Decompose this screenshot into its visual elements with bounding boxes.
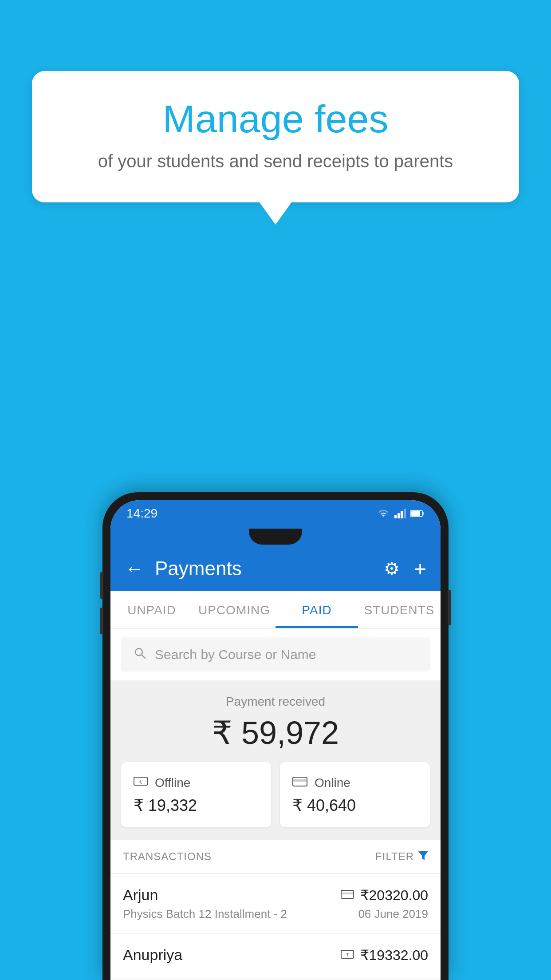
status-bar: 14:29 bbox=[110, 500, 441, 527]
transaction-name: Anupriya bbox=[123, 946, 182, 964]
transaction-amount-container: ₹ ₹19332.00 bbox=[341, 947, 428, 964]
tab-unpaid[interactable]: UNPAID bbox=[110, 591, 193, 628]
svg-marker-13 bbox=[418, 851, 428, 860]
tab-students[interactable]: STUDENTS bbox=[358, 591, 441, 628]
phone-outer-frame: 14:29 bbox=[102, 492, 449, 980]
svg-rect-3 bbox=[404, 509, 406, 518]
transaction-card-icon bbox=[341, 888, 354, 902]
back-button[interactable]: ← bbox=[125, 557, 144, 580]
svg-rect-15 bbox=[341, 893, 354, 894]
offline-amount: ₹ 19,332 bbox=[134, 796, 259, 815]
search-box[interactable]: Search by Course or Name bbox=[121, 637, 430, 672]
speech-bubble-title: Manage fees bbox=[67, 98, 484, 141]
notch-area bbox=[110, 527, 441, 546]
online-amount: ₹ 40,640 bbox=[292, 796, 417, 815]
transaction-amount: ₹20320.00 bbox=[360, 887, 428, 904]
filter-container[interactable]: FILTER bbox=[375, 850, 428, 863]
wifi-icon bbox=[377, 509, 390, 518]
search-input[interactable]: Search by Course or Name bbox=[155, 647, 316, 662]
svg-text:₹: ₹ bbox=[139, 779, 142, 785]
filter-icon bbox=[418, 850, 428, 863]
transactions-label: TRANSACTIONS bbox=[123, 850, 212, 863]
svg-text:₹: ₹ bbox=[346, 952, 349, 957]
signal-icon bbox=[394, 509, 406, 518]
settings-icon[interactable]: ⚙ bbox=[384, 558, 400, 579]
speech-bubble-tail bbox=[260, 202, 291, 225]
transaction-item[interactable]: Anupriya ₹ ₹19332.00 bbox=[110, 934, 441, 980]
svg-rect-5 bbox=[422, 512, 424, 515]
transaction-offline-icon: ₹ bbox=[341, 948, 354, 962]
online-payment-card: Online ₹ 40,640 bbox=[280, 762, 430, 827]
tab-paid[interactable]: PAID bbox=[276, 591, 358, 628]
volume-down-button bbox=[100, 608, 103, 634]
tabs-container: UNPAID UPCOMING PAID STUDENTS bbox=[110, 591, 441, 628]
offline-label: Offline bbox=[155, 776, 190, 790]
speech-bubble: Manage fees of your students and send re… bbox=[32, 71, 519, 202]
card-icon bbox=[292, 775, 307, 791]
transactions-header: TRANSACTIONS FILTER bbox=[110, 840, 441, 874]
svg-rect-1 bbox=[398, 513, 400, 518]
filter-label: FILTER bbox=[375, 850, 414, 863]
online-card-header: Online bbox=[292, 775, 417, 791]
svg-rect-12 bbox=[293, 779, 307, 782]
phone-screen: 14:29 bbox=[110, 500, 441, 980]
status-icons bbox=[377, 509, 425, 518]
svg-rect-0 bbox=[394, 515, 397, 518]
notch bbox=[249, 529, 302, 545]
battery-icon bbox=[410, 510, 425, 518]
transaction-item[interactable]: Arjun ₹20320.00 Physics bbox=[110, 874, 441, 934]
payment-total-amount: ₹ 59,972 bbox=[110, 714, 441, 751]
app-bar-title: Payments bbox=[155, 557, 373, 580]
transaction-row-top: Arjun ₹20320.00 bbox=[123, 886, 428, 904]
transaction-date: 06 June 2019 bbox=[358, 907, 428, 921]
transaction-row-bottom: Physics Batch 12 Installment - 2 06 June… bbox=[123, 907, 428, 921]
svg-line-8 bbox=[142, 655, 145, 658]
offline-payment-card: ₹ Offline ₹ 19,332 bbox=[121, 762, 271, 827]
transaction-description: Physics Batch 12 Installment - 2 bbox=[123, 907, 287, 921]
transaction-row-top: Anupriya ₹ ₹19332.00 bbox=[123, 946, 428, 964]
tab-upcoming[interactable]: UPCOMING bbox=[193, 591, 276, 628]
payment-summary: Payment received ₹ 59,972 bbox=[110, 680, 441, 762]
transaction-amount: ₹19332.00 bbox=[360, 947, 428, 964]
transaction-amount-container: ₹20320.00 bbox=[341, 887, 428, 904]
transaction-name: Arjun bbox=[123, 886, 158, 904]
offline-card-header: ₹ Offline bbox=[134, 775, 259, 791]
app-bar-actions: ⚙ + bbox=[384, 557, 426, 581]
app-bar: ← Payments ⚙ + bbox=[110, 546, 441, 591]
payment-cards: ₹ Offline ₹ 19,332 bbox=[110, 762, 441, 840]
speech-bubble-subtitle: of your students and send receipts to pa… bbox=[67, 151, 484, 171]
status-time: 14:29 bbox=[126, 506, 157, 521]
speech-bubble-container: Manage fees of your students and send re… bbox=[32, 71, 519, 225]
search-icon bbox=[134, 646, 146, 663]
payment-received-label: Payment received bbox=[110, 695, 441, 709]
power-button bbox=[448, 590, 451, 625]
volume-up-button bbox=[100, 572, 103, 599]
side-buttons-left bbox=[100, 572, 103, 634]
search-container: Search by Course or Name bbox=[110, 628, 441, 680]
svg-rect-2 bbox=[401, 511, 403, 518]
add-icon[interactable]: + bbox=[414, 557, 426, 581]
online-label: Online bbox=[315, 776, 350, 790]
phone-device: 14:29 bbox=[102, 492, 449, 980]
svg-rect-6 bbox=[411, 511, 420, 516]
offline-icon: ₹ bbox=[134, 775, 148, 791]
